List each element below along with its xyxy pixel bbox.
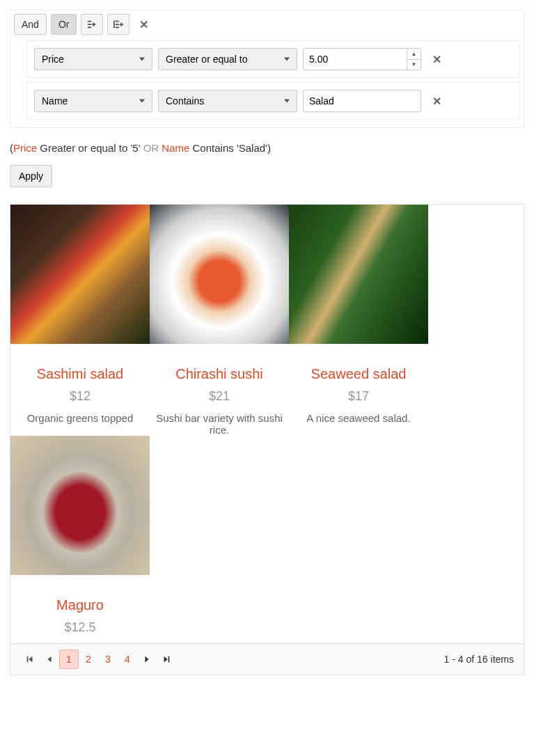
pager-page-3[interactable]: 3 — [98, 649, 118, 669]
seek-first-icon — [25, 654, 35, 664]
logic-or-button[interactable]: Or — [51, 14, 77, 35]
item-image — [150, 205, 289, 344]
item-price: $12 — [10, 389, 150, 404]
listview: Sashimi salad$12Organic greens toppedChi… — [10, 204, 524, 675]
item-image — [10, 205, 150, 344]
remove-row-button[interactable]: ✕ — [427, 92, 447, 111]
item-title: Chirashi sushi — [150, 366, 289, 382]
filter-preview: (Price Greater or equal to '5' OR Name C… — [10, 142, 524, 154]
add-expression-button[interactable] — [81, 14, 103, 35]
item-title: Maguro — [10, 597, 150, 613]
item-title: Sashimi salad — [10, 366, 150, 382]
pager-next-button[interactable] — [137, 649, 157, 669]
caret-right-icon — [142, 654, 152, 664]
field-dropdown-button[interactable]: Price — [34, 48, 152, 70]
list-item[interactable]: Maguro$12.5Tuna pieces. — [10, 436, 150, 643]
filter-row: Name Contains ✕ — [26, 82, 520, 120]
field-dropdown[interactable]: Name — [34, 90, 152, 112]
spinner-up-icon[interactable]: ▲ — [407, 49, 421, 60]
add-group-button[interactable] — [107, 14, 129, 35]
seek-last-icon — [162, 654, 171, 664]
spinner-down-icon[interactable]: ▼ — [407, 60, 421, 70]
pager-page-1[interactable]: 1 — [59, 649, 79, 669]
add-group-icon — [113, 19, 123, 29]
remove-row-button[interactable]: ✕ — [427, 50, 447, 69]
item-description: Sushi bar variety with sushi rice. — [150, 412, 289, 436]
pager-page-4[interactable]: 4 — [118, 649, 137, 669]
pager-last-button[interactable] — [157, 649, 176, 669]
preview-field: Price — [13, 142, 37, 154]
list-item[interactable]: Seaweed salad$17A nice seaweed salad. — [289, 205, 428, 436]
item-price: $17 — [289, 389, 428, 404]
field-dropdown-button[interactable]: Name — [34, 90, 152, 112]
operator-dropdown-button[interactable]: Greater or equal to — [158, 48, 297, 70]
item-price: $21 — [150, 389, 289, 404]
item-price: $12.5 — [10, 620, 150, 635]
value-numeric-wrap: ▲ ▼ — [303, 48, 421, 70]
apply-button[interactable]: Apply — [10, 165, 52, 187]
filter-builder: And Or ✕ Price Greater or equal to ▲ ▼ ✕… — [10, 10, 524, 128]
operator-dropdown[interactable]: Contains — [158, 90, 297, 112]
item-description: Organic greens topped — [10, 412, 150, 424]
preview-text: Greater or equal to '5' — [37, 142, 143, 154]
value-input[interactable] — [303, 90, 421, 112]
field-dropdown[interactable]: Price — [34, 48, 152, 70]
preview-or: OR — [143, 142, 159, 154]
operator-dropdown[interactable]: Greater or equal to — [158, 48, 297, 70]
item-image — [289, 205, 428, 344]
preview-text: Contains 'Salad') — [189, 142, 271, 154]
filter-row: Price Greater or equal to ▲ ▼ ✕ — [26, 40, 520, 78]
value-input[interactable] — [303, 48, 421, 70]
item-image — [10, 436, 150, 575]
pager-first-button[interactable] — [20, 649, 40, 669]
pager-info: 1 - 4 of 16 items — [444, 654, 514, 665]
pager-nav: 1234 — [20, 649, 176, 669]
add-expression-icon — [87, 19, 97, 29]
pager-numbers: 1234 — [59, 649, 137, 669]
operator-dropdown-button[interactable]: Contains — [158, 90, 297, 112]
numeric-spinner: ▲ ▼ — [407, 49, 421, 70]
clear-filter-button[interactable]: ✕ — [134, 15, 154, 34]
pager-page-2[interactable]: 2 — [79, 649, 98, 669]
list-item[interactable]: Chirashi sushi$21Sushi bar variety with … — [150, 205, 289, 436]
pager-prev-button[interactable] — [40, 649, 59, 669]
logic-and-button[interactable]: And — [14, 14, 47, 35]
filter-toolbar: And Or ✕ — [14, 14, 520, 35]
list-item[interactable]: Sashimi salad$12Organic greens topped — [10, 205, 150, 436]
item-description: A nice seaweed salad. — [289, 412, 428, 424]
caret-left-icon — [45, 654, 54, 664]
item-title: Seaweed salad — [289, 366, 428, 382]
list-content[interactable]: Sashimi salad$12Organic greens toppedChi… — [10, 205, 524, 643]
pager: 1234 1 - 4 of 16 items — [10, 643, 524, 675]
preview-field: Name — [159, 142, 189, 154]
